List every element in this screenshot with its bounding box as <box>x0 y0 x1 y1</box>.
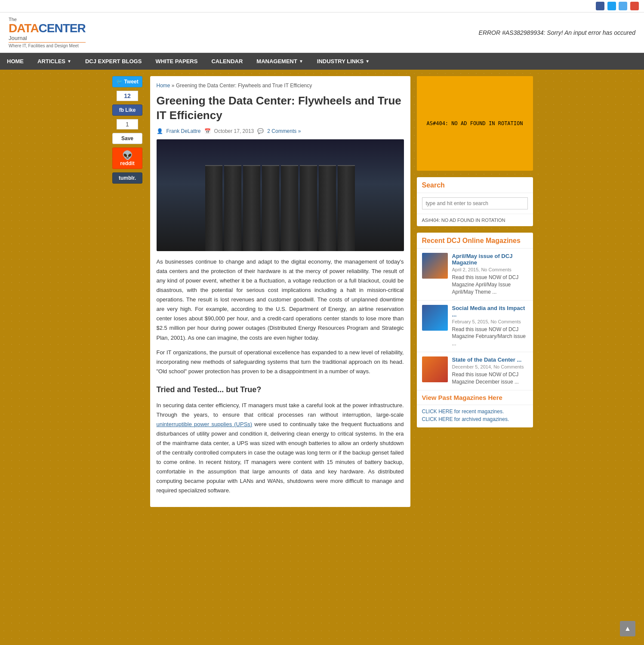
article-author[interactable]: Frank DeLattre <box>166 128 201 134</box>
past-links: CLICK HERE for recent magazines. CLICK H… <box>417 405 533 427</box>
magazine-item-1: April/May issue of DCJ Magazine April 2,… <box>417 249 533 300</box>
rack-unit <box>319 165 336 251</box>
article-comments[interactable]: 2 Comments » <box>267 128 301 134</box>
industry-links-arrow: ▼ <box>365 59 370 64</box>
rack-unit <box>281 165 298 251</box>
magazine-info-2: Social Media and its Impact ... February… <box>452 305 528 347</box>
article-paragraph-3: In securing data center efficiency, IT m… <box>157 401 404 496</box>
magazine-title-2[interactable]: Social Media and its Impact ... <box>452 305 528 318</box>
facebook-icon[interactable] <box>596 2 604 10</box>
server-rack <box>157 139 404 251</box>
magazine-desc-3: Read this issue NOW of DCJ Magazine Dece… <box>452 371 528 386</box>
magazines-widget-title: Recent DCJ Online Magazines <box>417 233 533 249</box>
magazine-date-1: April 2, 2015, No Comments <box>452 267 528 272</box>
rack-unit <box>262 165 279 251</box>
magazine-info-1: April/May issue of DCJ Magazine April 2,… <box>452 253 528 295</box>
nav-white-papers[interactable]: WHITE PAPERS <box>148 53 204 70</box>
magazine-thumb-1 <box>422 253 448 279</box>
save-button[interactable]: Save <box>112 133 142 144</box>
magazine-title-3[interactable]: State of the Data Center ... <box>452 356 528 363</box>
top-social-bar <box>0 0 644 12</box>
social-icon-3[interactable] <box>619 2 627 10</box>
ups-link[interactable]: uninterruptible power supplies (UPSs) <box>157 421 253 427</box>
view-past-title: View Past Magazines Here <box>417 390 533 405</box>
magazine-date-3: December 5, 2014, No Comments <box>452 364 528 369</box>
vote-count: 1 <box>117 119 138 129</box>
management-arrow: ▼ <box>299 59 303 64</box>
article-subheading: Tried and Tested... but True? <box>157 383 404 396</box>
breadcrumb-separator: » <box>172 83 175 89</box>
like-count: 12 <box>117 91 138 101</box>
nav-dcj-expert-blogs[interactable]: DCJ EXPERT BLOGS <box>78 53 148 70</box>
past-link-2[interactable]: CLICK HERE for archived magazines. <box>422 416 528 422</box>
rack-unit <box>224 165 241 251</box>
search-widget: Search AS#404: NO AD FOUND IN ROTATION <box>417 177 533 226</box>
logo-journal: Journal <box>9 35 86 41</box>
article-paragraph-1: As businesses continue to change and ada… <box>157 257 404 343</box>
nav-calendar[interactable]: CALENDAR <box>204 53 250 70</box>
search-input[interactable] <box>422 197 528 209</box>
breadcrumb-current: Greening the Data Center: Flywheels and … <box>176 83 312 89</box>
rack-unit <box>243 165 260 251</box>
error-message: ERROR #AS382989934: Sorry! An input erro… <box>479 29 635 36</box>
article-body: As businesses continue to change and ada… <box>157 257 404 496</box>
logo-center: CENTER <box>39 22 86 35</box>
tweet-button[interactable]: 🐦 Tweet <box>112 76 142 87</box>
social-icon-4[interactable] <box>630 2 639 10</box>
magazine-date-2: February 5, 2015, No Comments <box>452 319 528 324</box>
sidebar-advertisement: AS#404: NO AD FOUND IN ROTATION <box>417 76 533 171</box>
content-area: Home » Greening the Data Center: Flywhee… <box>150 76 410 507</box>
nav-home[interactable]: HOME <box>0 53 31 70</box>
rack-unit <box>205 165 222 251</box>
author-icon: 👤 <box>157 128 163 134</box>
tumblr-button[interactable]: tumblr. <box>112 172 142 184</box>
magazine-item-3: State of the Data Center ... December 5,… <box>417 352 533 390</box>
magazine-title-1[interactable]: April/May issue of DCJ Magazine <box>452 253 528 266</box>
logo-text: The DATACENTER Journal Where IT, Facilit… <box>9 17 86 48</box>
logo-data: DATA <box>9 22 39 35</box>
nav-management[interactable]: MANAGEMENT ▼ <box>250 53 310 70</box>
article-image <box>157 139 404 251</box>
rack-unit <box>338 165 355 251</box>
magazine-info-3: State of the Data Center ... December 5,… <box>452 356 528 386</box>
logo-area: The DATACENTER Journal Where IT, Facilit… <box>9 17 86 48</box>
magazine-thumb-3 <box>422 356 448 382</box>
search-widget-title: Search <box>417 177 533 193</box>
articles-arrow: ▼ <box>67 59 71 64</box>
right-sidebar: AS#404: NO AD FOUND IN ROTATION Search A… <box>417 76 533 507</box>
breadcrumb: Home » Greening the Data Center: Flywhee… <box>157 83 404 89</box>
twitter-icon[interactable] <box>607 2 616 10</box>
reddit-button[interactable]: 👽 reddit <box>112 147 142 169</box>
breadcrumb-home[interactable]: Home <box>157 83 170 89</box>
magazine-thumb-2 <box>422 305 448 331</box>
site-header: The DATACENTER Journal Where IT, Facilit… <box>0 12 644 53</box>
search-box <box>417 193 533 214</box>
article-date: October 17, 2013 <box>214 128 254 134</box>
nav-articles[interactable]: ARTICLES ▼ <box>31 53 78 70</box>
magazines-widget: Recent DCJ Online Magazines April/May is… <box>417 233 533 427</box>
left-sidebar: 🐦 Tweet 12 fb Like 1 Save 👽 reddit tumbl… <box>111 76 144 507</box>
magazine-item-2: Social Media and its Impact ... February… <box>417 301 533 352</box>
nav-industry-links[interactable]: INDUSTRY LINKS ▼ <box>310 53 376 70</box>
date-icon: 📅 <box>204 128 211 134</box>
rack-unit <box>300 165 317 251</box>
logo-subtitle: Where IT, Facilities and Design Meet <box>9 42 86 48</box>
search-ad-text: AS#404: NO AD FOUND IN ROTATION <box>417 214 533 226</box>
magazine-desc-2: Read this issue NOW of DCJ Magazine Febr… <box>452 326 528 347</box>
navbar: HOME ARTICLES ▼ DCJ EXPERT BLOGS WHITE P… <box>0 53 644 70</box>
twitter-bird-icon: 🐦 <box>116 79 123 85</box>
article-paragraph-2: For IT organizations, the pursuit of ope… <box>157 348 404 376</box>
magazine-desc-1: Read this issue NOW of DCJ Magazine Apri… <box>452 274 528 295</box>
article-title: Greening the Data Center: Flywheels and … <box>157 94 404 123</box>
main-wrapper: 🐦 Tweet 12 fb Like 1 Save 👽 reddit tumbl… <box>107 70 537 513</box>
comment-icon: 💬 <box>257 128 264 134</box>
fb-like-button[interactable]: fb Like <box>112 104 142 116</box>
article-meta: 👤 Frank DeLattre 📅 October 17, 2013 💬 2 … <box>157 128 404 134</box>
past-link-1[interactable]: CLICK HERE for recent magazines. <box>422 408 528 415</box>
reddit-icon: 👽 <box>122 150 133 160</box>
